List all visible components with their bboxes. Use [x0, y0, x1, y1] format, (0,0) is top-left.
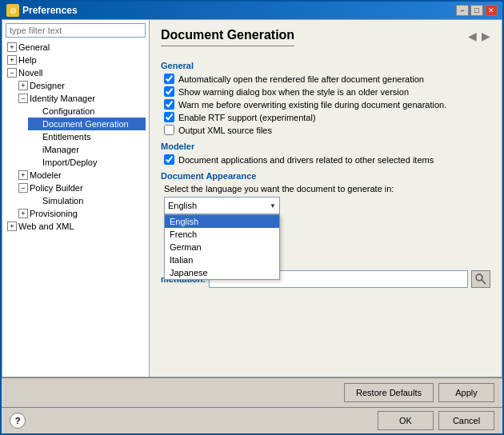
app-icon: ⚙ [6, 4, 19, 17]
checkbox-show-warning-input[interactable] [164, 86, 174, 97]
checkbox-warn-overwrite: Warn me before overwriting existing file… [164, 99, 490, 110]
browse-button[interactable] [471, 270, 490, 288]
sidebar-item-help[interactable]: + Help [6, 54, 146, 66]
expand-identity-manager[interactable]: − [18, 94, 28, 103]
expand-novell[interactable]: − [7, 68, 17, 78]
main-panel: Document Generation ◀ ▶ General Automati… [150, 19, 502, 377]
sidebar-item-document-generation[interactable]: Document Generation [28, 118, 146, 130]
sidebar: + General + Help − Novell [2, 19, 150, 377]
minimize-button[interactable]: − [456, 5, 469, 16]
expand-modeler[interactable]: + [18, 170, 28, 180]
novell-children: + Designer − Identity Manager Configurat… [6, 79, 146, 220]
expand-provisioning[interactable]: + [18, 209, 28, 218]
window-title: Preferences [22, 5, 78, 16]
language-option-german[interactable]: German [165, 241, 279, 253]
language-option-italian[interactable]: Italian [165, 253, 279, 266]
svg-line-1 [482, 280, 486, 284]
checkbox-doc-apps: Document applications and drivers relate… [164, 154, 490, 165]
apply-button[interactable]: Apply [438, 383, 494, 402]
checkbox-show-warning-label: Show warning dialog box when the style i… [178, 87, 409, 97]
checkbox-warn-overwrite-label: Warn me before overwriting existing file… [178, 100, 446, 110]
checkbox-output-xml: Output XML source files [164, 125, 490, 135]
sidebar-item-designer[interactable]: + Designer [17, 79, 146, 92]
sidebar-item-policy-builder[interactable]: − Policy Builder [17, 182, 146, 194]
language-option-french[interactable]: French [165, 228, 279, 241]
identity-manager-children: Configuration Document Generation Entitl… [17, 105, 146, 169]
sidebar-item-import-deploy[interactable]: Import/Deploy [28, 156, 146, 169]
ok-button[interactable]: OK [378, 411, 434, 430]
footer-bar: ? OK Cancel [2, 407, 502, 433]
nav-forward-icon[interactable]: ▶ [482, 30, 490, 42]
dropdown-arrow-icon: ▼ [270, 202, 276, 210]
checkbox-auto-open-input[interactable] [164, 74, 174, 84]
help-button[interactable]: ? [10, 413, 26, 429]
preferences-window: ⚙ Preferences − □ ✕ + General + [0, 0, 504, 435]
sidebar-item-modeler[interactable]: + Modeler [17, 169, 146, 182]
general-section-label: General [161, 61, 490, 70]
restore-defaults-button[interactable]: Restore Defaults [344, 383, 434, 402]
sidebar-item-provisioning[interactable]: + Provisioning [17, 207, 146, 220]
search-icon [474, 273, 487, 285]
language-option-english[interactable]: English [165, 215, 279, 228]
nav-arrows: ◀ ▶ [468, 30, 490, 42]
filter-input[interactable] [6, 23, 146, 38]
sidebar-item-identity-manager[interactable]: − Identity Manager [17, 92, 146, 105]
appearance-desc: Select the language you want the documen… [164, 184, 490, 194]
footer-buttons: OK Cancel [378, 411, 494, 430]
checkbox-output-xml-label: Output XML source files [178, 126, 272, 135]
window-controls: − □ ✕ [456, 5, 498, 16]
expand-designer[interactable]: + [18, 81, 28, 90]
expand-general[interactable]: + [7, 42, 17, 52]
page-title: Document Generation [161, 28, 294, 46]
language-dropdown-container: English ▼ English French German Italian … [164, 197, 280, 214]
sidebar-item-simulation[interactable]: Simulation [28, 194, 146, 207]
svg-point-0 [476, 274, 482, 281]
language-option-japanese[interactable]: Japanese [165, 266, 279, 279]
checkbox-enable-rtf-label: Enable RTF support (experimental) [178, 113, 316, 122]
sidebar-item-configuration[interactable]: Configuration [28, 105, 146, 118]
nav-back-icon[interactable]: ◀ [468, 30, 477, 42]
modeler-section-label: Modeler [161, 142, 490, 151]
cancel-button[interactable]: Cancel [438, 411, 494, 430]
language-selected: English [168, 201, 197, 210]
sidebar-item-imanager[interactable]: iManager [28, 143, 146, 156]
sidebar-item-general[interactable]: + General [6, 41, 146, 54]
checkbox-enable-rtf: Enable RTF support (experimental) [164, 112, 490, 122]
language-dropdown-list: English French German Italian Japanese [164, 214, 280, 280]
checkbox-auto-open-label: Automatically open the rendered file aft… [178, 74, 424, 84]
sidebar-item-novell[interactable]: − Novell [6, 66, 146, 79]
checkbox-doc-apps-input[interactable] [164, 154, 174, 165]
maximize-button[interactable]: □ [470, 5, 483, 16]
checkbox-show-warning: Show warning dialog box when the style i… [164, 86, 490, 97]
checkbox-enable-rtf-input[interactable] [164, 112, 174, 122]
checkbox-auto-open: Automatically open the rendered file aft… [164, 74, 490, 84]
appearance-section-label: Document Appearance [161, 171, 490, 181]
checkbox-doc-apps-label: Document applications and drivers relate… [178, 155, 434, 165]
checkbox-warn-overwrite-input[interactable] [164, 99, 174, 110]
titlebar: ⚙ Preferences − □ ✕ [2, 2, 502, 19]
policy-builder-children: Simulation [17, 194, 146, 207]
close-button[interactable]: ✕ [485, 5, 498, 16]
expand-web-xml[interactable]: + [7, 221, 17, 231]
checkbox-output-xml-input[interactable] [164, 125, 174, 135]
sidebar-item-web-xml[interactable]: + Web and XML [6, 220, 146, 233]
expand-policy-builder[interactable]: − [18, 183, 28, 193]
sidebar-item-entitlements[interactable]: Entitlements [28, 130, 146, 143]
expand-help[interactable]: + [7, 55, 17, 65]
bottom-bar: Restore Defaults Apply [2, 377, 502, 407]
main-content: + General + Help − Novell [2, 19, 502, 377]
language-dropdown-trigger[interactable]: English ▼ [164, 197, 280, 214]
